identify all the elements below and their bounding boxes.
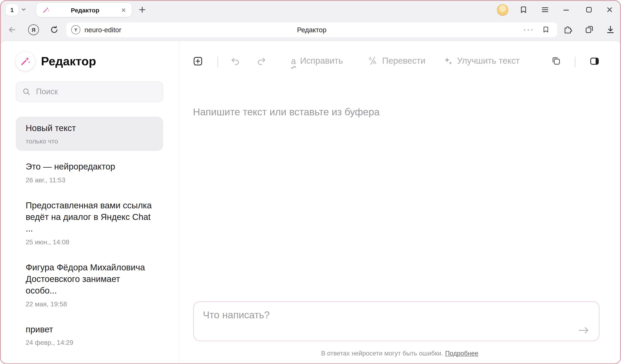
document-title: Это — нейроредактор	[26, 161, 153, 173]
bookmarks-icon[interactable]	[519, 5, 528, 14]
toolbar-divider	[575, 57, 575, 67]
prompt-box	[193, 301, 600, 341]
chevron-down-icon[interactable]	[21, 7, 27, 12]
app-logo-row: Редактор	[16, 52, 96, 71]
improve-text-label: Улучшить текст	[457, 56, 519, 66]
new-tab-button[interactable]	[138, 6, 146, 14]
translate-label: Перевести	[382, 56, 425, 66]
download-icon[interactable]	[606, 25, 615, 34]
back-icon[interactable]	[7, 25, 17, 34]
editor-main: а Исправить б А Перевести	[179, 41, 620, 363]
magic-wand-icon	[42, 6, 50, 14]
app-title: Редактор	[41, 54, 96, 68]
document-list: Новый текст только что Это — нейроредакт…	[16, 117, 163, 356]
list-item[interactable]: Это — нейроредактор 26 авг., 11:53	[16, 155, 163, 190]
svg-text:б: б	[369, 56, 372, 61]
tab-close-icon[interactable]	[121, 7, 127, 13]
sidebar: Редактор Новый текст только что Это — не…	[1, 41, 179, 363]
document-title: Фигура Фёдора Михайловича Достоевского з…	[26, 261, 153, 297]
tab-editor[interactable]: Редактор	[36, 3, 132, 17]
undo-icon[interactable]	[230, 56, 241, 66]
side-panel-toggle-icon[interactable]	[589, 56, 600, 66]
document-title: Предоставленная вами ссылка ведёт на диа…	[26, 199, 153, 235]
send-arrow-icon[interactable]	[578, 326, 590, 335]
document-title: Новый текст	[26, 122, 153, 134]
address-bar: Я Y neuro-editor Редактор ···	[1, 19, 620, 41]
ai-disclaimer: В ответах нейросети могут быть ошибки.По…	[179, 349, 620, 357]
yandex-search-icon[interactable]: Я	[28, 24, 39, 35]
disclaimer-text: В ответах нейросети могут быть ошибки.	[321, 349, 443, 357]
extensions-puzzle-icon[interactable]	[563, 25, 572, 34]
avatar[interactable]	[497, 4, 508, 16]
disclaimer-link[interactable]: Подробнее	[445, 349, 478, 357]
tab-title: Редактор	[50, 6, 121, 14]
new-document-button[interactable]	[192, 56, 203, 66]
url-omnibox[interactable]: Y neuro-editor Редактор ···	[66, 22, 557, 37]
search-icon	[22, 88, 31, 96]
search-input[interactable]	[35, 87, 156, 97]
redo-icon[interactable]	[256, 56, 267, 66]
improve-text-button[interactable]: Улучшить текст	[443, 56, 519, 66]
translate-button[interactable]: б А Перевести	[368, 56, 425, 66]
spellcheck-icon: а	[291, 56, 296, 65]
list-item[interactable]: Предоставленная вами ссылка ведёт на диа…	[16, 194, 163, 252]
document-time: 22 мая, 19:58	[26, 301, 153, 308]
page-title: Редактор	[66, 22, 557, 37]
fix-text-label: Исправить	[300, 56, 343, 66]
list-item[interactable]: привет 24 февр., 14:29	[16, 318, 163, 352]
page-content: Редактор Новый текст только что Это — не…	[1, 41, 620, 363]
list-item[interactable]: Фигура Фёдора Михайловича Достоевского з…	[16, 256, 163, 314]
tab-counter-button[interactable]: 1	[6, 4, 18, 16]
document-time: только что	[26, 138, 153, 145]
prompt-input[interactable]	[194, 301, 599, 340]
refresh-icon[interactable]	[50, 25, 59, 34]
list-item[interactable]: Новый текст только что	[16, 117, 163, 151]
tab-bar: 1 Редактор	[1, 1, 620, 19]
document-time: 25 июн., 14:08	[26, 238, 153, 246]
maximize-icon[interactable]	[585, 5, 593, 14]
toolbar-divider	[217, 57, 218, 67]
document-time: 26 авг., 11:53	[26, 176, 153, 184]
sparkles-icon	[443, 56, 453, 65]
search-box[interactable]	[16, 81, 163, 102]
tabs-panel-icon[interactable]	[585, 25, 594, 34]
magic-wand-logo-icon	[16, 52, 35, 71]
bookmark-flag-icon[interactable]	[542, 26, 550, 33]
document-time: 24 февр., 14:29	[26, 339, 153, 347]
fix-text-button[interactable]: а Исправить	[291, 56, 343, 66]
translate-icon: б А	[368, 56, 378, 66]
window-close-icon[interactable]	[605, 5, 614, 14]
minimize-icon[interactable]	[562, 5, 570, 14]
copy-icon[interactable]	[551, 56, 561, 66]
browser-window: 1 Редактор	[0, 0, 621, 364]
editor-canvas-placeholder[interactable]: Напишите текст или вставьте из буфера	[193, 106, 380, 118]
document-title: привет	[26, 324, 153, 335]
menu-icon[interactable]	[541, 5, 549, 14]
more-icon[interactable]: ···	[523, 22, 534, 36]
